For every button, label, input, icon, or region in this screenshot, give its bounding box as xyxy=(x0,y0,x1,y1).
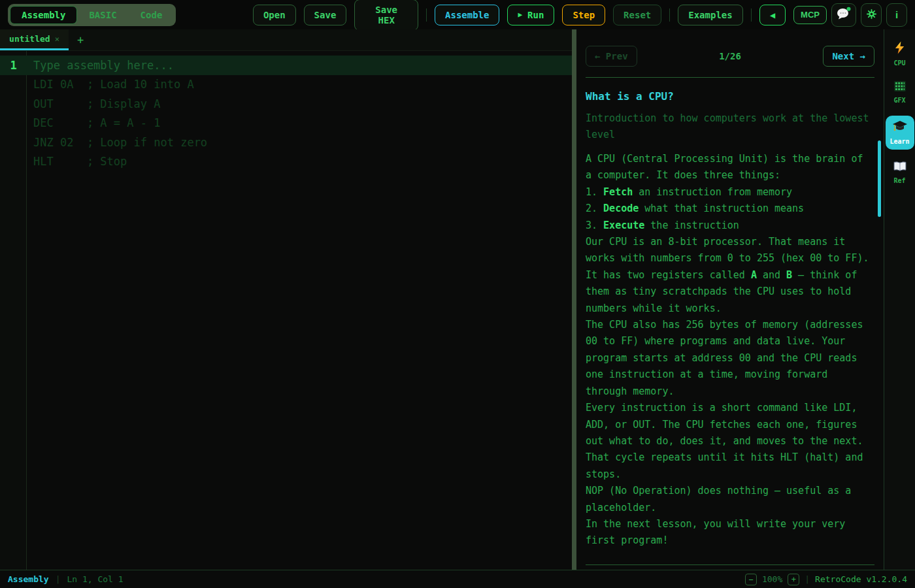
lesson-text: Every instruction is a short command lik… xyxy=(586,402,863,480)
panel-resize-handle[interactable] xyxy=(572,29,576,570)
open-book-icon xyxy=(893,161,907,174)
lesson-body: A CPU (Central Processing Unit) is the b… xyxy=(586,151,874,549)
ghost-code-text: DEC ; A = A - 1 xyxy=(27,116,160,129)
step-button[interactable]: Step xyxy=(562,5,605,25)
ghost-code-text: LDI 0A ; Load 10 into A xyxy=(27,78,194,91)
side-rail: CPU GFX xyxy=(884,29,915,570)
toolbar-divider xyxy=(669,8,670,22)
assemble-button[interactable]: Assemble xyxy=(435,5,499,25)
reset-button[interactable]: Reset xyxy=(613,5,661,25)
lightning-icon xyxy=(894,41,905,57)
graduation-cap-icon xyxy=(892,120,908,135)
status-mode: Assembly xyxy=(8,574,49,584)
status-divider: | xyxy=(56,574,61,584)
mode-tab-basic[interactable]: BASIC xyxy=(77,6,128,24)
lesson-nav-divider xyxy=(586,77,874,78)
ghost-code-line: OUT ; Display A xyxy=(0,94,572,114)
mode-tab-assembly[interactable]: Assembly xyxy=(10,6,77,24)
run-button[interactable]: ▶ Run xyxy=(507,5,554,25)
zoom-level: 100% xyxy=(762,574,782,584)
zoom-out-button[interactable]: − xyxy=(745,574,757,585)
ghost-code-text: JNZ 02 ; Loop if not zero xyxy=(27,136,207,149)
rail-label: Learn xyxy=(890,138,909,145)
lesson-text: The CPU also has 256 bytes of memory (ad… xyxy=(586,319,863,397)
toolbar: Assembly BASIC Code Open Save Save HEX A… xyxy=(0,0,915,29)
status-right-group: − 100% + | RetroCode v1.2.0.4 xyxy=(745,574,907,585)
editor-pane: untitled × + 1 Type assembly here... LDI… xyxy=(0,29,572,570)
lesson-paragraph: In the next lesson, you will write your … xyxy=(586,516,874,549)
lesson-text: 2. xyxy=(586,203,603,214)
lesson-panel: ← Prev 1/26 Next → What is a CPU? Introd… xyxy=(576,29,884,570)
lesson-text: 1. xyxy=(586,186,603,198)
lesson-paragraph: Our CPU is an 8-bit processor. That mean… xyxy=(586,234,874,317)
lesson-text: 3. xyxy=(586,220,603,231)
rail-label: Ref xyxy=(893,177,905,184)
mode-tab-code[interactable]: Code xyxy=(129,6,175,24)
ghost-code-text: OUT ; Display A xyxy=(27,97,160,110)
chat-button[interactable] xyxy=(831,3,856,27)
all-lessons-divider xyxy=(586,564,874,565)
toolbar-divider xyxy=(426,8,427,22)
lesson-bold-term: Execute xyxy=(603,220,644,231)
next-lesson-button[interactable]: Next → xyxy=(823,46,874,67)
lesson-subtitle: Introduction to how computers work at th… xyxy=(586,110,874,143)
open-button[interactable]: Open xyxy=(253,5,296,25)
new-tab-button[interactable]: + xyxy=(69,29,92,50)
app-version: RetroCode v1.2.0.4 xyxy=(815,574,907,584)
ghost-code-line: JNZ 02 ; Loop if not zero xyxy=(0,133,572,152)
tab-title: untitled xyxy=(9,34,50,44)
editor-tab-untitled[interactable]: untitled × xyxy=(0,29,69,50)
ghost-code-text: HLT ; Stop xyxy=(27,155,127,168)
lesson-text: what that instruction means xyxy=(639,203,804,214)
prev-lesson-button[interactable]: ← Prev xyxy=(586,46,637,67)
save-hex-button[interactable]: Save HEX xyxy=(354,0,418,31)
toolbar-divider xyxy=(751,8,752,22)
lesson-title: What is a CPU? xyxy=(586,90,874,103)
ghost-code-line: HLT ; Stop xyxy=(0,152,572,172)
rail-label: GFX xyxy=(893,97,905,104)
play-icon: ▶ xyxy=(518,10,522,19)
rail-item-gfx[interactable]: GFX xyxy=(886,78,914,106)
lesson-paragraph: Every instruction is a short command lik… xyxy=(586,400,874,483)
lesson-paragraph: NOP (No Operation) does nothing — useful… xyxy=(586,483,874,516)
lesson-text: the instruction xyxy=(644,220,739,231)
active-code-line[interactable]: 1 Type assembly here... xyxy=(0,56,572,75)
lesson-text: A CPU (Central Processing Unit) is the b… xyxy=(586,153,863,181)
mode-switcher: Assembly BASIC Code xyxy=(8,4,176,26)
rail-item-ref[interactable]: Ref xyxy=(886,159,914,187)
line-number: 1 xyxy=(0,59,27,72)
save-button[interactable]: Save xyxy=(304,5,347,25)
lesson-scrollbar-thumb[interactable] xyxy=(878,140,881,217)
main-area: untitled × + 1 Type assembly here... LDI… xyxy=(0,29,915,570)
code-area: 1 Type assembly here... LDI 0A ; Load 10… xyxy=(0,56,572,171)
lesson-text: and xyxy=(757,269,786,281)
editor-tab-bar: untitled × + xyxy=(0,29,572,51)
info-button[interactable]: i xyxy=(886,3,907,27)
lesson-paragraph: 1. Fetch an instruction from memory xyxy=(586,184,874,201)
chat-bubble-icon xyxy=(836,7,852,23)
rail-item-cpu[interactable]: CPU xyxy=(886,39,914,69)
mcp-button[interactable]: MCP xyxy=(793,6,827,24)
rail-item-learn[interactable]: Learn xyxy=(886,116,914,150)
lesson-nav: ← Prev 1/26 Next → xyxy=(586,46,874,67)
zoom-in-button[interactable]: + xyxy=(788,574,799,585)
info-icon: i xyxy=(895,9,898,20)
collapse-panel-button[interactable]: ◀ xyxy=(759,5,786,25)
status-bar: Assembly | Ln 1, Col 1 − 100% + | RetroC… xyxy=(0,570,915,588)
toolbar-right-group: MCP xyxy=(793,3,907,27)
status-divider: | xyxy=(805,574,810,584)
ghost-code-line: DEC ; A = A - 1 xyxy=(0,114,572,133)
ghost-code-line: LDI 0A ; Load 10 into A xyxy=(0,75,572,95)
lesson-paragraph: The CPU also has 256 bytes of memory (ad… xyxy=(586,317,874,400)
examples-button[interactable]: Examples xyxy=(678,5,742,25)
lesson-position: 1/26 xyxy=(719,51,741,61)
code-editor[interactable]: 1 Type assembly here... LDI 0A ; Load 10… xyxy=(0,51,572,570)
lesson-bold-term: A xyxy=(751,269,757,281)
lesson-bold-term: B xyxy=(786,269,792,281)
pixel-grid-icon xyxy=(894,81,906,94)
gear-icon xyxy=(867,9,876,21)
lesson-bold-term: Decode xyxy=(603,203,639,214)
tab-close-icon[interactable]: × xyxy=(55,35,59,44)
settings-button[interactable] xyxy=(861,3,882,27)
lesson-text: In the next lesson, you will write your … xyxy=(586,518,845,546)
